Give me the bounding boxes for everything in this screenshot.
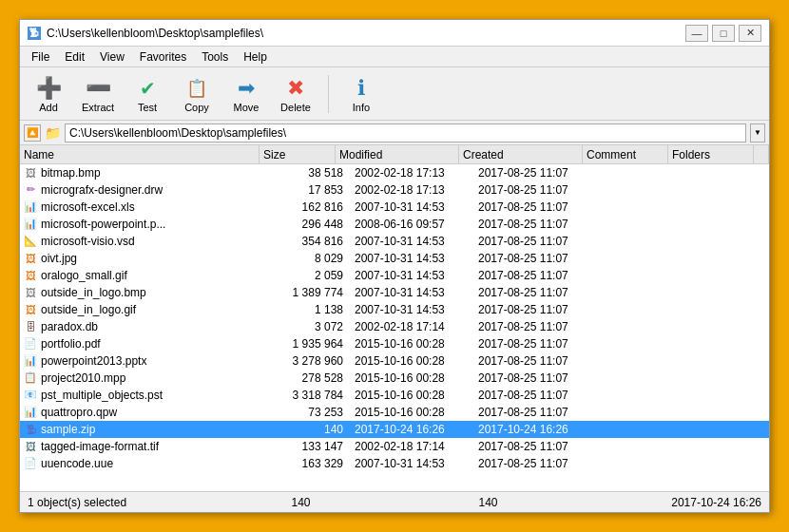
menu-tools[interactable]: Tools <box>194 48 236 66</box>
file-created: 2017-08-25 11:07 <box>474 438 598 454</box>
file-size: 296 448 <box>275 216 351 232</box>
file-folders <box>683 421 769 437</box>
gif-file-icon: 🖼 <box>24 269 37 282</box>
file-name-text: sample.zip <box>41 423 95 436</box>
file-created: 2017-08-25 11:07 <box>474 335 598 352</box>
info-button[interactable]: ℹ Info <box>340 70 382 118</box>
file-list-header: Name Size Modified Created Comment Folde… <box>20 145 769 164</box>
file-size: 3 278 960 <box>275 352 351 369</box>
file-folders <box>683 387 769 403</box>
file-name: 📊 powerpoint2013.pptx <box>20 352 275 369</box>
move-label: Move <box>234 102 260 113</box>
table-row[interactable]: 📊 quattropro.qpw 73 253 2015-10-16 00:28… <box>20 404 769 421</box>
navigate-up-button[interactable]: 🔼 <box>24 124 41 142</box>
table-row[interactable]: 🖼 outside_in_logo.bmp 1 389 774 2007-10-… <box>20 284 769 301</box>
drw-file-icon: ✏ <box>24 183 37 197</box>
file-modified: 2015-10-16 00:28 <box>351 335 474 352</box>
copy-icon: 📋 <box>183 75 210 102</box>
table-row[interactable]: 🖼 oivt.jpg 8 029 2007-10-31 14:53 2017-0… <box>20 250 769 267</box>
table-row[interactable]: 🗜 sample.zip 140 2017-10-24 16:26 2017-1… <box>20 421 769 438</box>
zip-file-icon: 🗜 <box>24 423 37 436</box>
file-created: 2017-08-25 11:07 <box>474 301 598 317</box>
file-folders <box>683 164 769 180</box>
file-name: 📄 portfolio.pdf <box>20 335 275 352</box>
maximize-button[interactable]: □ <box>712 25 735 42</box>
file-name-text: outside_in_logo.bmp <box>41 286 146 299</box>
table-row[interactable]: 📊 microsoft-powerpoint.p... 296 448 2008… <box>20 216 769 233</box>
file-comment <box>598 250 683 266</box>
file-name: 🖼 bitmap.bmp <box>20 164 275 180</box>
column-header-name[interactable]: Name <box>20 145 260 163</box>
close-button[interactable]: ✕ <box>739 25 761 42</box>
column-header-modified[interactable]: Modified <box>336 145 459 163</box>
table-row[interactable]: 🗄 paradox.db 3 072 2002-02-18 17:14 2017… <box>20 318 769 335</box>
table-row[interactable]: 🖼 tagged-image-format.tif 133 147 2002-0… <box>20 438 769 455</box>
address-input[interactable] <box>65 124 746 142</box>
add-button[interactable]: ➕ Add <box>28 70 69 118</box>
delete-button[interactable]: ✖ Delete <box>275 70 317 118</box>
minimize-button[interactable]: — <box>685 25 708 42</box>
toolbar-separator <box>328 75 329 113</box>
jpg-file-icon: 🖼 <box>24 252 37 265</box>
window-controls: — □ ✕ <box>685 25 761 42</box>
file-name: 🖼 outside_in_logo.bmp <box>20 284 275 300</box>
pptx-file-icon: 📊 <box>24 354 37 368</box>
menu-help[interactable]: Help <box>236 48 275 66</box>
file-folders <box>683 404 769 420</box>
file-comment <box>598 421 683 437</box>
move-button[interactable]: ➡ Move <box>225 70 267 118</box>
address-bar: 🔼 📁 ▼ <box>20 121 769 145</box>
table-row[interactable]: 📊 powerpoint2013.pptx 3 278 960 2015-10-… <box>20 352 769 370</box>
file-modified: 2007-10-31 14:53 <box>351 199 474 215</box>
file-folders <box>683 335 769 352</box>
delete-label: Delete <box>280 102 311 113</box>
table-row[interactable]: 🖼 bitmap.bmp 38 518 2002-02-18 17:13 201… <box>20 164 769 181</box>
file-size: 1 138 <box>275 301 351 317</box>
table-row[interactable]: 📋 project2010.mpp 278 528 2015-10-16 00:… <box>20 370 769 387</box>
file-comment <box>598 284 683 300</box>
table-row[interactable]: 📄 portfolio.pdf 1 935 964 2015-10-16 00:… <box>20 335 769 352</box>
file-name: 📋 project2010.mpp <box>20 370 275 386</box>
menu-favorites[interactable]: Favorites <box>132 48 194 66</box>
file-created: 2017-08-25 11:07 <box>474 199 598 215</box>
table-row[interactable]: 📧 pst_multiple_objects.pst 3 318 784 201… <box>20 387 769 404</box>
file-folders <box>683 199 769 215</box>
file-created: 2017-08-25 11:07 <box>474 370 598 386</box>
file-list-container: Name Size Modified Created Comment Folde… <box>20 145 769 491</box>
column-header-comment[interactable]: Comment <box>583 145 668 163</box>
file-name: 🖼 outside_in_logo.gif <box>20 301 275 317</box>
file-folders <box>683 455 769 471</box>
test-button[interactable]: ✔ Test <box>126 70 168 118</box>
table-row[interactable]: 📊 microsoft-excel.xls 162 816 2007-10-31… <box>20 199 769 216</box>
menu-view[interactable]: View <box>92 48 132 66</box>
file-name-text: powerpoint2013.pptx <box>41 354 146 368</box>
title-text: C:\Users\kellenbloom\Desktop\samplefiles… <box>47 27 685 40</box>
address-dropdown[interactable]: ▼ <box>750 124 765 142</box>
table-row[interactable]: 🖼 oralogo_small.gif 2 059 2007-10-31 14:… <box>20 267 769 284</box>
file-size: 133 147 <box>275 438 351 454</box>
extract-icon: ➖ <box>85 75 111 102</box>
table-row[interactable]: 📄 uuencode.uue 163 329 2007-10-31 14:53 … <box>20 455 769 472</box>
file-modified: 2002-02-18 17:14 <box>351 318 474 334</box>
column-header-created[interactable]: Created <box>459 145 583 163</box>
file-name-text: microsoft-excel.xls <box>41 200 135 214</box>
table-row[interactable]: ✏ micrografx-designer.drw 17 853 2002-02… <box>20 181 769 199</box>
table-row[interactable]: 📐 microsoft-visio.vsd 354 816 2007-10-31… <box>20 233 769 250</box>
test-icon: ✔ <box>134 75 161 102</box>
file-name: 🖼 tagged-image-format.tif <box>20 438 275 454</box>
file-folders <box>683 352 769 369</box>
extract-button[interactable]: ➖ Extract <box>77 70 119 118</box>
file-name-text: microsoft-visio.vsd <box>41 235 135 248</box>
menu-edit[interactable]: Edit <box>57 48 92 66</box>
file-name-text: quattropro.qpw <box>41 406 117 419</box>
menu-file[interactable]: File <box>24 48 57 66</box>
file-folders <box>683 318 769 334</box>
file-list-body[interactable]: 🖼 bitmap.bmp 38 518 2002-02-18 17:13 201… <box>20 164 769 491</box>
file-name: 🗄 paradox.db <box>20 318 275 334</box>
file-comment <box>598 216 683 232</box>
table-row[interactable]: 🖼 outside_in_logo.gif 1 138 2007-10-31 1… <box>20 301 769 318</box>
column-header-size[interactable]: Size <box>260 145 336 163</box>
file-comment <box>598 301 683 317</box>
column-header-folders[interactable]: Folders <box>668 145 754 163</box>
copy-button[interactable]: 📋 Copy <box>176 70 218 118</box>
